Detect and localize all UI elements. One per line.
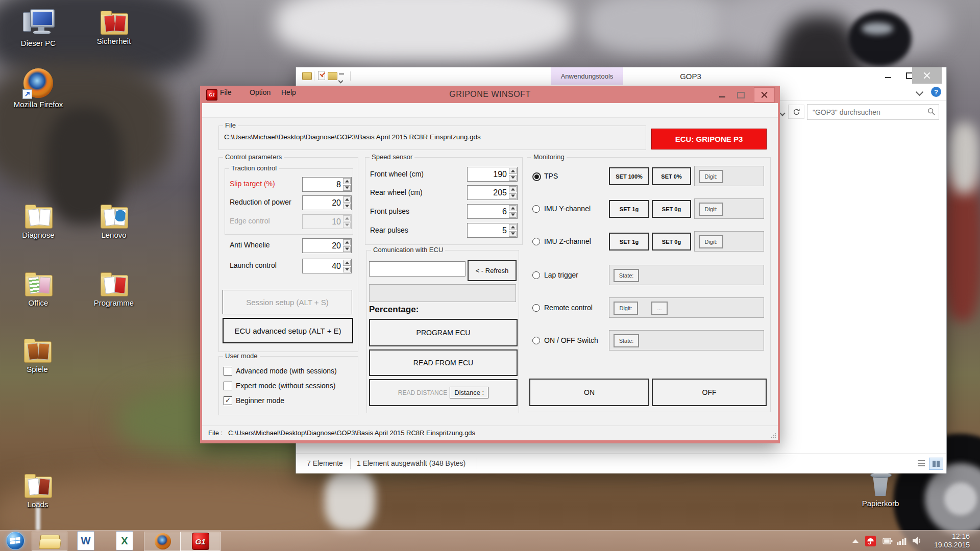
tps-radio[interactable] (532, 172, 541, 181)
spin-up-icon[interactable] (343, 239, 351, 245)
spin-up-icon[interactable] (509, 205, 517, 211)
spin-down-icon[interactable] (343, 267, 351, 273)
resize-grip-icon[interactable] (771, 433, 776, 438)
tray-expand-button[interactable] (850, 531, 861, 551)
search-box[interactable] (807, 104, 939, 120)
desktop-icon-firefox[interactable]: Mozilla Firefox (8, 67, 69, 109)
browse-button[interactable]: ... (651, 302, 668, 315)
imu-y-radio[interactable] (532, 205, 540, 213)
taskbar-word-button[interactable]: W (71, 532, 100, 550)
spin-down-icon[interactable] (509, 231, 517, 237)
refresh-com-button[interactable]: < - Refresh (468, 260, 517, 281)
tray-volume-icon[interactable] (911, 531, 924, 551)
taskbar-gripone-button[interactable]: G1 (180, 532, 220, 551)
start-button[interactable] (2, 532, 29, 550)
spin-up-icon[interactable] (509, 168, 517, 174)
on-off-switch-radio[interactable] (532, 337, 540, 344)
desktop-icon-office[interactable]: Office (8, 266, 69, 307)
qat-dropdown-icon[interactable] (339, 73, 344, 85)
gripone-minimize-button[interactable] (714, 89, 731, 101)
menu-help[interactable]: Help (281, 88, 296, 96)
spin-up-icon[interactable] (509, 224, 517, 230)
help-icon[interactable]: ? (931, 87, 941, 97)
taskbar-clock[interactable]: 12:16 19.03.2015 (934, 532, 970, 549)
desktop-icon-spiele[interactable]: Spiele (7, 332, 68, 373)
expert-mode-label: Expert mode (without sessions) (236, 382, 335, 390)
program-ecu-button[interactable]: PROGRAM ECU (369, 319, 518, 346)
remote-control-radio[interactable] (532, 304, 540, 312)
view-details-button[interactable] (929, 458, 943, 470)
reduction-of-power-input[interactable] (303, 196, 342, 210)
search-input[interactable] (812, 105, 923, 119)
gripone-maximize-button[interactable] (732, 89, 749, 101)
spin-up-icon[interactable] (343, 260, 351, 266)
session-setup-button[interactable]: Session setup (ALT + S) (223, 290, 352, 314)
explorer-minimize-button[interactable] (878, 67, 898, 84)
qat-new-folder-icon[interactable] (328, 72, 337, 80)
view-list-button[interactable] (915, 458, 928, 469)
taskbar-firefox-button[interactable] (144, 532, 181, 551)
imu-z-radio[interactable] (532, 238, 540, 245)
rear-wheel-label: Rear wheel (cm) (370, 188, 423, 196)
set-0g-y-button[interactable]: SET 0g (652, 200, 691, 218)
taskbar-explorer-button[interactable] (32, 532, 67, 551)
firefox-icon (155, 533, 171, 549)
taskbar-excel-button[interactable]: X (110, 532, 139, 550)
anti-wheelie-input[interactable] (303, 239, 342, 253)
addressbar-dropdown-icon[interactable] (780, 108, 785, 117)
advanced-mode-checkbox[interactable] (224, 367, 232, 375)
spin-down-icon[interactable] (343, 185, 351, 191)
launch-control-input[interactable] (303, 259, 342, 273)
shortcut-arrow-icon (22, 89, 32, 99)
qat-folder-icon[interactable] (302, 72, 312, 80)
statusbar-prefix: File : (208, 429, 223, 437)
set-0g-z-button[interactable]: SET 0g (652, 233, 691, 251)
tray-battery-icon[interactable] (882, 531, 893, 551)
desktop-icon-lenovo[interactable]: Lenovo (83, 198, 144, 239)
spin-down-icon[interactable] (343, 246, 351, 253)
beginner-mode-checkbox[interactable]: ✓ (224, 396, 232, 405)
desktop-icon-programme[interactable]: Programme (83, 266, 144, 307)
spin-up-icon[interactable] (343, 196, 351, 203)
desktop-icon-sicherheit[interactable]: Sicherheit (83, 4, 144, 45)
refresh-button[interactable] (788, 105, 804, 119)
set-1g-z-button[interactable]: SET 1g (609, 233, 649, 251)
on-button[interactable]: ON (529, 379, 649, 406)
desktop-icon-dieser-pc[interactable]: Dieser PC (8, 6, 69, 47)
tray-avira-icon[interactable] (865, 531, 876, 551)
explorer-close-button[interactable] (912, 67, 942, 84)
set-100-button[interactable]: SET 100% (609, 167, 649, 185)
read-from-ecu-button[interactable]: READ FROM ECU (369, 349, 518, 376)
spin-up-icon[interactable] (343, 178, 351, 184)
read-distance-button[interactable]: READ DISTANCE Distance : (369, 379, 518, 406)
qat-properties-icon[interactable] (318, 71, 325, 80)
ecu-advanced-setup-button[interactable]: ECU advanced setup (ALT + E) (223, 318, 353, 343)
tray-network-icon[interactable] (896, 531, 908, 551)
menu-option[interactable]: Option (250, 88, 271, 96)
ribbon-contextual-tab[interactable]: Anwendungstools (551, 67, 623, 85)
lap-trigger-radio[interactable] (532, 271, 540, 279)
spin-down-icon[interactable] (509, 175, 517, 181)
ribbon-expand-icon[interactable] (917, 88, 922, 97)
front-wheel-input[interactable] (468, 167, 508, 181)
desktop-icon-diagnose[interactable]: Diagnose (8, 198, 69, 239)
rear-pulses-input[interactable] (468, 223, 508, 237)
slip-target-input[interactable] (303, 178, 342, 191)
explorer-titlebar[interactable]: Anwendungstools GOP3 (296, 67, 946, 85)
set-0-button[interactable]: SET 0% (652, 167, 691, 185)
spin-down-icon[interactable] (509, 212, 517, 218)
spin-up-icon[interactable] (509, 186, 517, 192)
search-icon[interactable] (927, 108, 936, 116)
com-port-input[interactable] (369, 261, 465, 277)
desktop-icon-loads[interactable]: Loads (7, 467, 68, 509)
expert-mode-checkbox[interactable] (224, 382, 232, 390)
gripone-close-button[interactable] (754, 87, 775, 103)
spin-down-icon[interactable] (509, 193, 517, 199)
spin-down-icon[interactable] (343, 204, 351, 210)
menu-file[interactable]: File (220, 88, 232, 96)
off-button[interactable]: OFF (652, 379, 767, 406)
rear-wheel-input[interactable] (468, 186, 508, 199)
set-1g-y-button[interactable]: SET 1g (609, 200, 649, 218)
ecu-status-button[interactable]: ECU: GRIPONE P3 (651, 129, 767, 149)
front-pulses-input[interactable] (468, 205, 508, 218)
